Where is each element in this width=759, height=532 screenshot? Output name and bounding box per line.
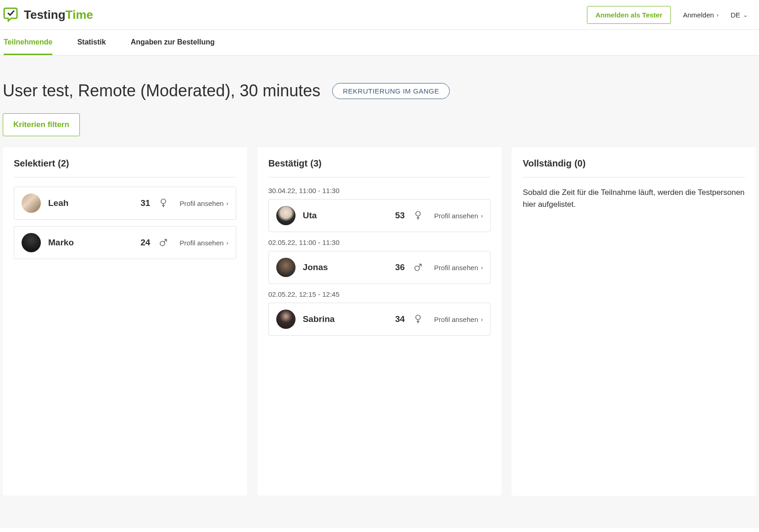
view-profile-label: Profil ansehen	[434, 212, 478, 220]
view-profile-link[interactable]: Profil ansehen ›	[434, 212, 483, 220]
participant-name: Uta	[303, 211, 388, 221]
view-profile-link[interactable]: Profil ansehen ›	[179, 200, 228, 207]
language-selector[interactable]: DE ⌄	[731, 11, 748, 19]
svg-point-0	[161, 199, 166, 204]
female-icon	[414, 315, 422, 323]
avatar	[276, 310, 296, 329]
timeslot-label: 02.05.22, 11:00 - 11:30	[268, 238, 491, 246]
svg-point-10	[416, 315, 420, 320]
view-profile-link[interactable]: Profil ansehen ›	[434, 264, 483, 272]
logo-icon	[3, 6, 21, 24]
logo-text: TestingTime	[24, 8, 93, 22]
column-selected-header: Selektiert (2)	[14, 158, 236, 177]
participant-card[interactable]: Leah 31 Profil ansehen ›	[14, 187, 236, 220]
column-confirmed-header: Bestätigt (3)	[268, 158, 491, 177]
avatar	[22, 233, 41, 252]
view-profile-link[interactable]: Profil ansehen ›	[434, 316, 483, 323]
participant-card[interactable]: Jonas 36 Profil ansehen ›	[268, 251, 491, 284]
view-profile-link[interactable]: Profil ansehen ›	[179, 239, 228, 247]
login-link[interactable]: Anmelden ›	[683, 11, 719, 19]
participant-card[interactable]: Sabrina 34 Profil ansehen ›	[268, 303, 491, 336]
column-complete-header: Vollständig (0)	[523, 158, 745, 177]
main-header: TestingTime Anmelden als Tester Anmelden…	[0, 0, 759, 30]
timeslot-label: 02.05.22, 12:15 - 12:45	[268, 290, 491, 298]
svg-line-4	[164, 239, 167, 242]
female-icon	[414, 211, 422, 220]
tab-statistics[interactable]: Statistik	[77, 30, 106, 55]
chevron-right-icon: ›	[226, 239, 228, 246]
register-tester-button[interactable]: Anmelden als Tester	[587, 6, 671, 24]
status-badge: REKRUTIERUNG IM GANGE	[332, 83, 450, 99]
filter-criteria-button[interactable]: Kriterien filtern	[3, 113, 80, 136]
participant-card[interactable]: Uta 53 Profil ansehen ›	[268, 199, 491, 232]
timeslot-label: 30.04.22, 11:00 - 11:30	[268, 187, 491, 194]
title-row: User test, Remote (Moderated), 30 minute…	[3, 55, 756, 113]
participant-name: Jonas	[303, 262, 388, 272]
view-profile-label: Profil ansehen	[179, 239, 223, 247]
avatar	[276, 206, 296, 225]
column-confirmed: Bestätigt (3) 30.04.22, 11:00 - 11:30 Ut…	[257, 147, 502, 496]
participant-age: 36	[395, 262, 405, 272]
view-profile-label: Profil ansehen	[434, 316, 478, 323]
participant-age: 34	[395, 314, 405, 324]
column-selected-count: (2)	[58, 158, 69, 169]
chevron-right-icon: ›	[481, 264, 483, 271]
tabs: Teilnehmende Statistik Angaben zur Beste…	[0, 30, 759, 55]
participant-card[interactable]: Marko 24 Profil ansehen ›	[14, 226, 236, 259]
chevron-right-icon: ›	[481, 316, 483, 323]
participant-name: Sabrina	[303, 314, 388, 324]
male-icon	[159, 238, 167, 247]
participant-age: 53	[395, 211, 405, 221]
column-selected-title: Selektiert	[14, 158, 55, 169]
empty-state-text: Sobald die Zeit für die Teilnahme läuft,…	[523, 187, 745, 210]
female-icon	[159, 199, 167, 207]
view-profile-label: Profil ansehen	[434, 264, 478, 272]
male-icon	[414, 263, 422, 272]
chevron-right-icon: ›	[717, 11, 719, 18]
column-complete-title: Vollständig	[523, 158, 571, 169]
content: User test, Remote (Moderated), 30 minute…	[0, 55, 759, 528]
chevron-right-icon: ›	[226, 200, 228, 207]
login-label: Anmelden	[683, 11, 714, 19]
columns: Selektiert (2) Leah 31 Profil ansehen › …	[3, 147, 756, 496]
page-title: User test, Remote (Moderated), 30 minute…	[3, 81, 320, 100]
language-label: DE	[731, 11, 740, 19]
column-confirmed-title: Bestätigt	[268, 158, 308, 169]
participant-age: 31	[140, 198, 150, 208]
chevron-down-icon: ⌄	[743, 11, 748, 18]
participant-name: Marko	[48, 238, 133, 248]
view-profile-label: Profil ansehen	[179, 200, 223, 207]
svg-line-9	[419, 264, 422, 267]
participant-age: 24	[140, 238, 150, 248]
svg-point-5	[416, 211, 420, 216]
column-complete: Vollständig (0) Sobald die Zeit für die …	[512, 147, 756, 496]
column-complete-count: (0)	[575, 158, 586, 169]
tab-participants[interactable]: Teilnehmende	[4, 30, 52, 55]
column-selected: Selektiert (2) Leah 31 Profil ansehen › …	[3, 147, 247, 496]
tab-order-details[interactable]: Angaben zur Bestellung	[131, 30, 215, 55]
header-right: Anmelden als Tester Anmelden › DE ⌄	[587, 6, 748, 24]
column-confirmed-count: (3)	[310, 158, 321, 169]
logo[interactable]: TestingTime	[3, 6, 93, 24]
participant-name: Leah	[48, 198, 133, 208]
avatar	[276, 258, 296, 277]
chevron-right-icon: ›	[481, 212, 483, 219]
avatar	[22, 194, 41, 213]
